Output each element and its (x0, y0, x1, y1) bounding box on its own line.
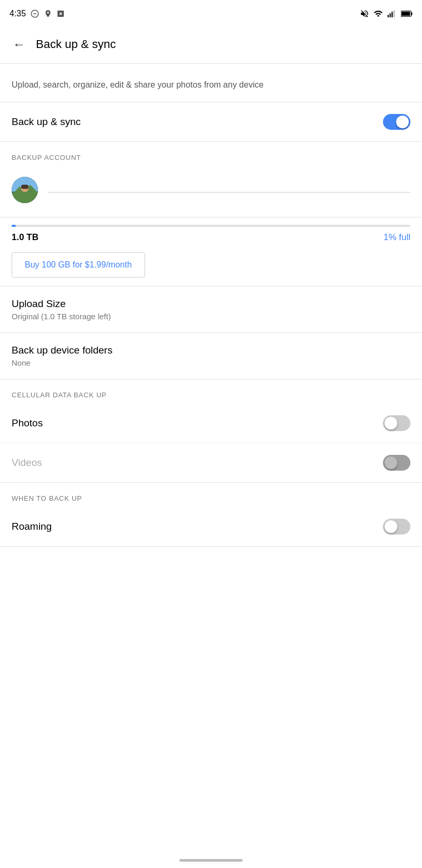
avatar-svg (12, 177, 38, 203)
videos-toggle-knob (385, 456, 397, 469)
status-bar-right (360, 9, 413, 18)
page-title: Back up & sync (36, 37, 116, 51)
when-to-backup-header-text: WHEN TO BACK UP (12, 494, 82, 502)
storage-total: 1.0 TB (12, 232, 39, 243)
videos-backup-label: Videos (12, 457, 42, 469)
videos-backup-toggle[interactable] (383, 455, 410, 471)
svg-rect-17 (21, 185, 28, 189)
bottom-pill-area (0, 855, 422, 868)
buy-storage-button[interactable]: Buy 100 GB for $1.99/month (12, 252, 145, 278)
upload-size-subtitle: Original (1.0 TB storage left) (12, 312, 410, 321)
account-name-container (47, 188, 410, 193)
bottom-pill (179, 859, 243, 862)
svg-rect-11 (411, 12, 413, 15)
svg-rect-7 (391, 12, 392, 17)
account-row (12, 173, 410, 207)
backup-account-section[interactable] (0, 166, 422, 217)
cellular-backup-section: CELLULAR DATA BACK UP Photos Videos (0, 379, 422, 483)
back-button[interactable]: ← (6, 32, 32, 57)
backup-account-section-header: BACKUP ACCOUNT (0, 142, 422, 166)
device-folders-subtitle: None (12, 358, 410, 367)
device-folders-item[interactable]: Back up device folders None (0, 333, 422, 379)
roaming-toggle-knob (385, 520, 397, 533)
backup-sync-row[interactable]: Back up & sync (0, 102, 422, 142)
videos-backup-row[interactable]: Videos (0, 443, 422, 482)
wifi-icon (373, 9, 383, 18)
time-display: 4:35 (9, 9, 26, 18)
battery-icon (401, 10, 413, 17)
storage-info-row: 1.0 TB 1% full (12, 232, 410, 243)
device-folders-title: Back up device folders (12, 345, 410, 356)
svg-rect-8 (394, 10, 395, 17)
svg-rect-6 (390, 13, 391, 17)
back-arrow-icon: ← (13, 37, 25, 52)
storage-percent: 1% full (383, 232, 410, 243)
when-to-backup-header: WHEN TO BACK UP (0, 483, 422, 507)
cellular-backup-header: CELLULAR DATA BACK UP (0, 379, 422, 404)
storage-section: 1.0 TB 1% full Buy 100 GB for $1.99/mont… (0, 217, 422, 287)
buy-storage-label: Buy 100 GB for $1.99/month (25, 260, 132, 269)
status-bar: 4:35 (0, 0, 422, 25)
backup-account-header-text: BACKUP ACCOUNT (12, 154, 81, 161)
content-area: Upload, search, organize, edit & share y… (0, 64, 422, 547)
storage-bar-fill (12, 225, 16, 227)
svg-rect-10 (401, 12, 410, 16)
signal-icon (387, 9, 397, 18)
photos-backup-toggle[interactable] (383, 415, 410, 431)
upload-size-item[interactable]: Upload Size Original (1.0 TB storage lef… (0, 287, 422, 333)
status-bar-left: 4:35 (9, 9, 65, 18)
when-to-backup-section: WHEN TO BACK UP Roaming (0, 483, 422, 547)
photos-backup-row[interactable]: Photos (0, 404, 422, 443)
mute-icon (360, 9, 369, 18)
description-text: Upload, search, organize, edit & share y… (12, 79, 410, 91)
photos-toggle-knob (385, 417, 397, 430)
location-icon (44, 9, 52, 18)
roaming-row[interactable]: Roaming (0, 507, 422, 546)
cellular-backup-header-text: CELLULAR DATA BACK UP (12, 391, 107, 399)
upload-size-title: Upload Size (12, 298, 410, 310)
backup-sync-toggle[interactable] (383, 114, 410, 130)
photos-backup-label: Photos (12, 417, 43, 429)
svg-rect-5 (388, 15, 389, 17)
roaming-toggle[interactable] (383, 519, 410, 535)
backup-sync-toggle-knob (396, 116, 409, 128)
description-section: Upload, search, organize, edit & share y… (0, 64, 422, 102)
notification-x-icon (56, 9, 65, 18)
avatar (12, 177, 38, 203)
avatar-image (12, 177, 38, 203)
roaming-label: Roaming (12, 521, 52, 532)
storage-bar-container (12, 225, 410, 227)
top-nav: ← Back up & sync (0, 25, 422, 64)
do-not-disturb-icon (30, 9, 40, 18)
backup-sync-label: Back up & sync (12, 116, 81, 128)
